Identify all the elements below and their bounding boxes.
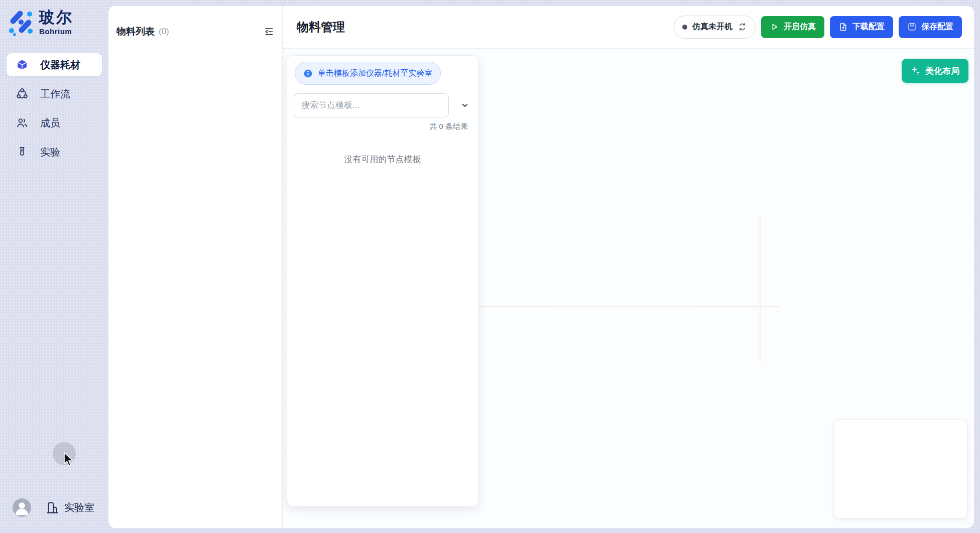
canvas-area: 物料管理 仿真未开机: [282, 6, 974, 528]
members-icon: [16, 117, 28, 129]
brand-name-zh: 玻尔: [39, 9, 73, 26]
download-config-button[interactable]: 下载配置: [830, 16, 893, 38]
header-actions: 仿真未开机: [674, 16, 962, 39]
start-simulation-button[interactable]: 开启仿真: [761, 16, 824, 38]
sparkles-icon: [911, 66, 921, 76]
download-file-icon: [838, 22, 848, 32]
play-icon: [770, 22, 779, 32]
brand-logo: 玻尔 Bohrium: [8, 9, 73, 36]
cube-icon: [16, 59, 28, 71]
template-hint-text: 单击模板添加仪器/耗材至实验室: [318, 68, 432, 79]
lab-canvas[interactable]: 美化布局 单击模板添加仪器/耗材至实验室: [283, 49, 974, 528]
simulation-status-label: 仿真未开机: [692, 22, 732, 32]
material-list-header: 物料列表 (0): [108, 6, 282, 38]
page-title: 物料管理: [297, 19, 345, 35]
bohrium-logo-icon: [8, 9, 33, 36]
sidebar-item-experiments[interactable]: 实验: [7, 141, 102, 164]
sidebar-item-members[interactable]: 成员: [7, 111, 102, 135]
info-icon: [303, 69, 313, 78]
download-config-label: 下载配置: [852, 22, 885, 32]
canvas-minimap[interactable]: [834, 420, 967, 518]
workflow-icon: [16, 88, 28, 100]
sidebar-footer: 实验室: [13, 498, 94, 517]
node-template-panel: 单击模板添加仪器/耗材至实验室 共 0 条结果 没有可用的节点模板: [287, 55, 478, 507]
empty-state-text: 没有可用的节点模板: [287, 154, 478, 165]
beautify-layout-button[interactable]: 美化布局: [902, 59, 968, 83]
bohrium-app: 玻尔 Bohrium 仪器耗材: [0, 0, 980, 533]
sidebar-item-workflow[interactable]: 工作流: [7, 82, 102, 105]
save-icon: [907, 22, 917, 32]
lab-label[interactable]: 实验室: [64, 501, 94, 514]
sidebar-nav: 仪器耗材 工作流: [0, 53, 108, 164]
user-avatar[interactable]: [13, 498, 31, 517]
save-config-button[interactable]: 保存配置: [899, 16, 962, 38]
template-hint-banner[interactable]: 单击模板添加仪器/耗材至实验室: [295, 62, 441, 85]
sidebar-item-label: 实验: [40, 146, 60, 159]
sidebar-item-instruments[interactable]: 仪器耗材: [7, 53, 102, 76]
refresh-icon[interactable]: [738, 22, 747, 32]
main-window: 物料列表 (0) 物料管理 仿真未开机: [108, 6, 974, 528]
material-list-count: (0): [159, 27, 169, 37]
save-config-label: 保存配置: [921, 22, 953, 32]
canvas-guide-horizontal: [478, 306, 779, 307]
material-list-panel: 物料列表 (0): [108, 6, 282, 528]
template-search-row: [294, 93, 472, 117]
mouse-cursor: [63, 452, 75, 468]
sidebar-item-label: 工作流: [40, 87, 70, 101]
brand-name-en: Bohrium: [39, 27, 73, 36]
sidebar-item-label: 仪器耗材: [40, 58, 80, 72]
simulation-status-pill[interactable]: 仿真未开机: [674, 16, 756, 39]
test-tube-icon: [16, 146, 28, 158]
chevron-down-icon[interactable]: [458, 98, 472, 112]
start-simulation-label: 开启仿真: [784, 22, 816, 32]
building-icon: [46, 501, 59, 514]
sidebar: 玻尔 Bohrium 仪器耗材: [0, 0, 108, 533]
sidebar-item-label: 成员: [40, 116, 60, 130]
search-template-input[interactable]: [294, 93, 449, 117]
collapse-panel-icon[interactable]: [264, 27, 274, 37]
beautify-layout-label: 美化布局: [925, 65, 959, 77]
results-count-text: 共 0 条结果: [287, 122, 478, 131]
canvas-guide-vertical: [760, 216, 761, 361]
material-list-title: 物料列表: [116, 25, 155, 38]
canvas-header: 物料管理 仿真未开机: [283, 6, 974, 49]
status-dot-icon: [682, 25, 687, 30]
